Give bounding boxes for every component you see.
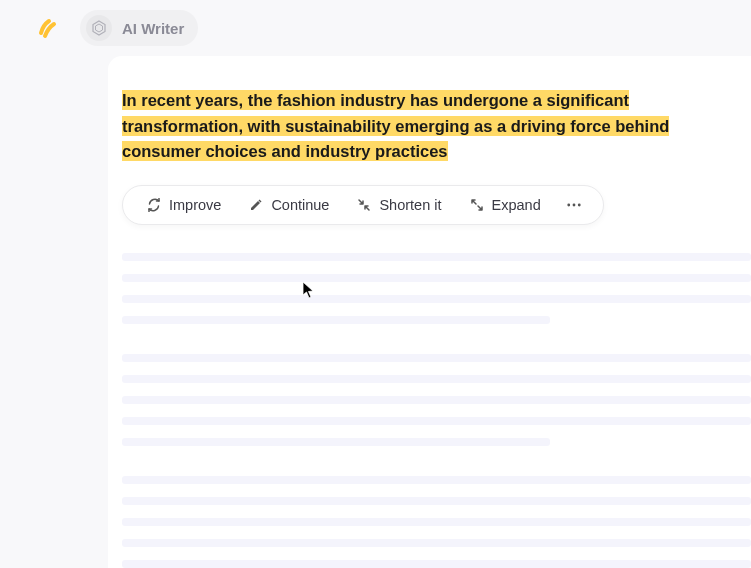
placeholder-line [122,560,751,568]
shorten-button[interactable]: Shorten it [343,190,455,220]
svg-point-4 [578,203,581,206]
improve-label: Improve [169,197,221,213]
placeholder-line [122,354,751,362]
placeholder-line [122,274,751,282]
placeholder-line [122,295,751,303]
continue-button[interactable]: Continue [235,190,343,220]
ai-writer-icon [86,15,112,41]
placeholder-line [122,417,751,425]
more-button[interactable] [555,191,593,219]
improve-button[interactable]: Improve [133,190,235,220]
expand-label: Expand [492,197,541,213]
ai-toolbar: Improve Continue Shorten it [122,185,604,225]
shorten-label: Shorten it [379,197,441,213]
refresh-icon [147,198,161,212]
svg-marker-1 [96,24,103,32]
placeholder-line [122,375,751,383]
svg-point-3 [572,203,575,206]
expand-button[interactable]: Expand [456,190,555,220]
placeholder-line [122,253,751,261]
app-logo-icon [36,16,60,40]
placeholder-line [122,539,751,547]
placeholder-line [122,497,751,505]
placeholder-line [122,476,751,484]
document-area: In recent years, the fashion industry ha… [108,56,751,568]
selected-text: In recent years, the fashion industry ha… [122,90,669,161]
app-title: AI Writer [122,20,184,37]
app-badge[interactable]: AI Writer [80,10,198,46]
svg-marker-0 [93,21,105,35]
placeholder-line [122,396,751,404]
placeholder-content [122,253,751,568]
header: AI Writer [0,0,751,56]
more-icon [567,198,581,212]
collapse-icon [357,198,371,212]
placeholder-line [122,518,751,526]
pencil-icon [249,198,263,212]
placeholder-line [122,316,550,324]
highlighted-paragraph[interactable]: In recent years, the fashion industry ha… [122,88,751,165]
expand-icon [470,198,484,212]
continue-label: Continue [271,197,329,213]
svg-point-2 [567,203,570,206]
placeholder-line [122,438,550,446]
